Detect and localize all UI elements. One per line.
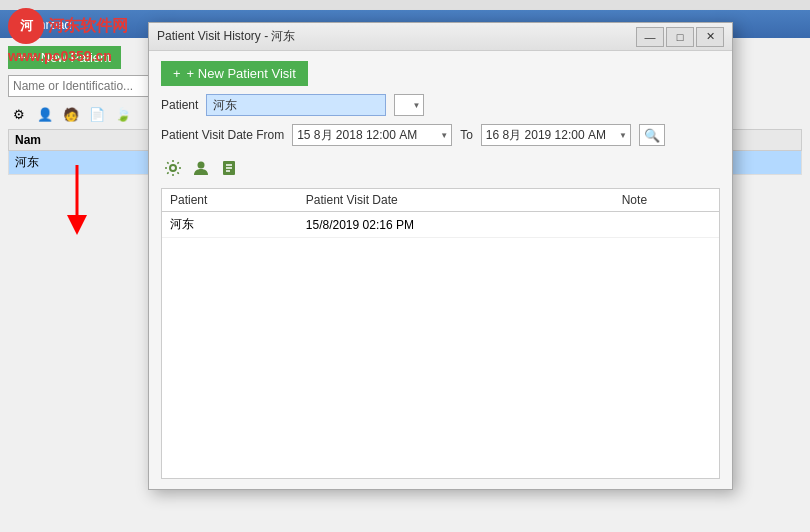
- visit-table: Patient Patient Visit Date Note 河东 15/8/…: [162, 189, 719, 238]
- patient-row: Patient: [161, 94, 720, 116]
- new-visit-icon: +: [173, 66, 181, 81]
- bg-app-title-text: Healthroad: [8, 17, 72, 32]
- bg-new-patient-label: + New Patient: [30, 50, 111, 65]
- new-patient-visit-button[interactable]: + + New Patient Visit: [161, 61, 308, 86]
- modal-title: Patient Visit History - 河东: [157, 28, 295, 45]
- col-visit-date: Patient Visit Date: [298, 189, 614, 212]
- date-from-label: Patient Visit Date From: [161, 128, 284, 142]
- visit-table-row[interactable]: 河东 15/8/2019 02:16 PM: [162, 212, 719, 238]
- date-to-label: To: [460, 128, 473, 142]
- patient-label: Patient: [161, 98, 198, 112]
- bg-leaf-icon[interactable]: 🍃: [112, 103, 134, 125]
- date-search-icon: 🔍: [644, 128, 660, 143]
- visit-table-header-row: Patient Patient Visit Date Note: [162, 189, 719, 212]
- visit-toolbar: [161, 156, 720, 180]
- patient-select[interactable]: [394, 94, 424, 116]
- col-note: Note: [614, 189, 719, 212]
- patient-input[interactable]: [206, 94, 386, 116]
- visit-cell-date: 15/8/2019 02:16 PM: [298, 212, 614, 238]
- date-from-wrapper: 15 8月 2018 12:00 AM: [292, 124, 452, 146]
- bg-doc-icon[interactable]: 📄: [86, 103, 108, 125]
- bg-new-patient-button[interactable]: + + New Patient: [8, 46, 121, 69]
- visit-note-icon[interactable]: [217, 156, 241, 180]
- visit-cell-patient: 河东: [162, 212, 298, 238]
- bg-new-patient-icon: +: [18, 50, 26, 65]
- bg-person-icon[interactable]: 🧑: [60, 103, 82, 125]
- modal-minimize-button[interactable]: —: [636, 27, 664, 47]
- visit-user-icon[interactable]: [189, 156, 213, 180]
- visit-settings-icon[interactable]: [161, 156, 185, 180]
- svg-point-2: [170, 165, 176, 171]
- date-search-button[interactable]: 🔍: [639, 124, 665, 146]
- patient-dropdown-wrapper: [394, 94, 424, 116]
- date-to-wrapper: 16 8月 2019 12:00 AM: [481, 124, 631, 146]
- date-range-row: Patient Visit Date From 15 8月 2018 12:00…: [161, 124, 720, 146]
- svg-point-3: [198, 162, 205, 169]
- new-visit-label: + New Patient Visit: [187, 66, 296, 81]
- date-to-select[interactable]: 16 8月 2019 12:00 AM: [481, 124, 631, 146]
- modal-maximize-button[interactable]: □: [666, 27, 694, 47]
- bg-user-icon[interactable]: 👤: [34, 103, 56, 125]
- col-patient: Patient: [162, 189, 298, 212]
- date-from-select[interactable]: 15 8月 2018 12:00 AM: [292, 124, 452, 146]
- modal-body: + + New Patient Visit Patient Patient Vi…: [149, 51, 732, 489]
- bg-settings-icon[interactable]: ⚙: [8, 103, 30, 125]
- visit-cell-note: [614, 212, 719, 238]
- patient-visit-history-modal: Patient Visit History - 河东 — □ ✕ + + New…: [148, 22, 733, 490]
- modal-close-button[interactable]: ✕: [696, 27, 724, 47]
- modal-window-controls: — □ ✕: [636, 27, 724, 47]
- modal-titlebar: Patient Visit History - 河东 — □ ✕: [149, 23, 732, 51]
- visit-table-container: Patient Patient Visit Date Note 河东 15/8/…: [161, 188, 720, 479]
